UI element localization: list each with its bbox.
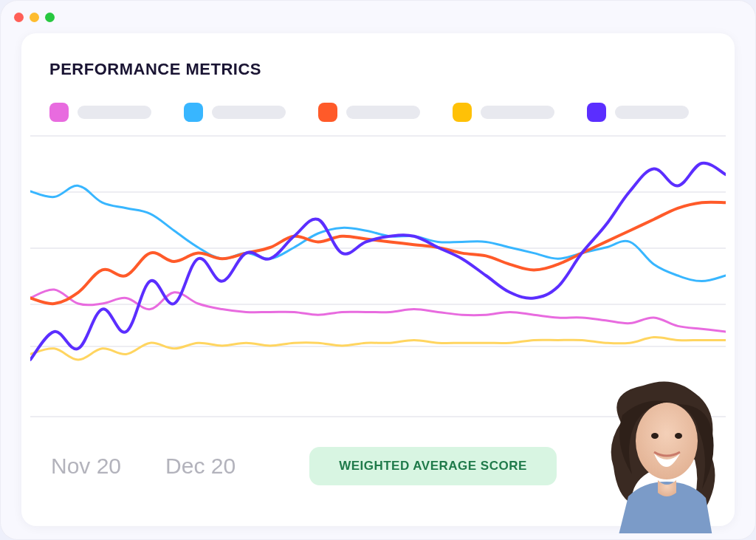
legend-swatch-icon	[587, 103, 606, 122]
legend-item[interactable]	[318, 103, 420, 122]
legend-label-placeholder	[481, 106, 554, 119]
chart-series-line	[30, 163, 726, 360]
x-tick-label: Nov 20	[51, 454, 121, 479]
window-zoom-icon[interactable]	[45, 13, 55, 22]
svg-point-0	[636, 403, 698, 479]
legend-swatch-icon	[184, 103, 203, 122]
svg-point-1	[651, 433, 659, 439]
app-window: PERFORMANCE METRICS	[0, 0, 756, 540]
weighted-average-badge[interactable]: WEIGHTED AVERAGE SCORE	[309, 447, 557, 485]
legend-label-placeholder	[615, 106, 689, 119]
legend-item[interactable]	[453, 103, 554, 122]
svg-point-2	[675, 433, 682, 439]
window-close-icon[interactable]	[14, 13, 24, 22]
legend-label-placeholder	[78, 106, 151, 119]
legend-item[interactable]	[587, 103, 689, 122]
legend-item[interactable]	[49, 103, 151, 122]
chart-series-line	[30, 202, 726, 304]
user-avatar	[591, 371, 739, 533]
card-title: PERFORMANCE METRICS	[49, 60, 735, 79]
x-tick-label: Dec 20	[165, 454, 236, 479]
metrics-card: PERFORMANCE METRICS	[21, 33, 735, 526]
chart-series-line	[30, 290, 726, 332]
legend-swatch-icon	[453, 103, 472, 122]
window-minimize-icon[interactable]	[30, 13, 39, 22]
legend-swatch-icon	[49, 103, 69, 122]
legend-swatch-icon	[318, 103, 337, 122]
legend-label-placeholder	[212, 106, 286, 119]
legend-item[interactable]	[184, 103, 286, 122]
window-titlebar	[1, 1, 755, 33]
chart-series-line	[30, 338, 726, 360]
chart-legend	[49, 103, 735, 122]
legend-label-placeholder	[346, 106, 420, 119]
